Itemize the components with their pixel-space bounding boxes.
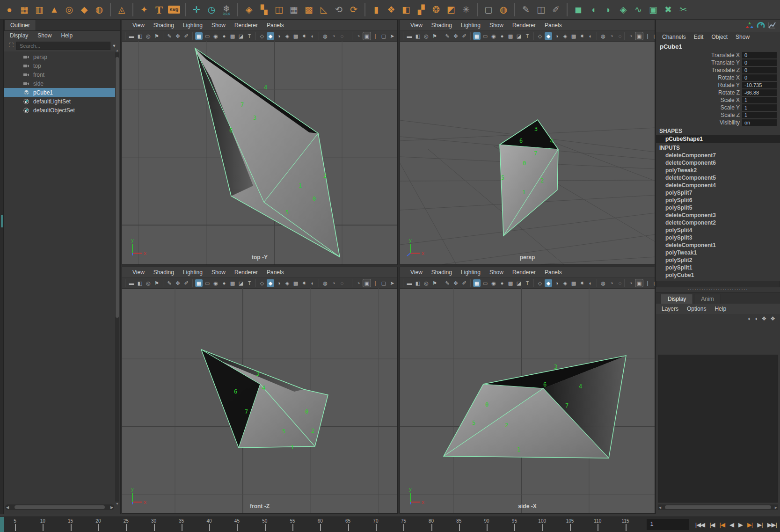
flatten-icon[interactable]: ❖ [384,3,398,17]
channel-value-field[interactable]: -10.735 [742,82,777,88]
input-node-deleteComponent7[interactable]: deleteComponent7 [656,152,780,159]
bookmark-icon[interactable]: ⚑ [153,32,160,40]
camera-attrs-icon[interactable]: ◎ [423,279,430,287]
gamma-icon[interactable]: ▣ [635,279,643,287]
gate-mask-icon[interactable]: ● [498,279,506,287]
field-chart-icon[interactable]: ▩ [229,32,236,40]
paint-icon[interactable]: ✐ [460,279,468,287]
move-layer-up-icon[interactable]: ◖ [747,315,751,322]
scroll-down-icon[interactable]: ▼ [115,502,119,506]
uv-contour-icon[interactable]: ∿ [631,3,645,17]
viewport-canvas-front[interactable]: 36470521xy [122,288,397,513]
motionblur-icon[interactable]: ◌ [338,32,346,40]
scroll-left-icon[interactable]: ◀ [658,505,662,510]
search-filter-icon[interactable]: ⛶ [6,42,16,50]
channelbox-menu-channels[interactable]: Channels [662,34,686,40]
outliner-item-front[interactable]: front [4,70,115,79]
wire-on-shaded-icon[interactable]: ◈ [561,32,569,40]
resolution-gate-icon[interactable]: ◉ [212,279,219,287]
channel-value-field[interactable]: 0 [742,67,777,73]
channel-label[interactable]: Rotate Y [718,82,740,88]
uv-distortion-icon[interactable]: ✖ [661,3,675,17]
outliner-tab[interactable]: Outliner [4,20,36,30]
viewport-canvas-top[interactable]: 47362105xy [122,41,397,264]
move-layer-down-icon[interactable]: ◖ [754,315,758,322]
select-camera-icon[interactable]: ▬ [128,32,135,40]
bookmark-icon[interactable]: ⚑ [153,279,160,287]
safe-action-icon[interactable]: ◪ [515,279,523,287]
shaded-icon[interactable]: ◆ [545,279,552,287]
shadows-icon[interactable]: ◐ [587,32,594,40]
bookmark-icon[interactable]: ⚑ [431,279,438,287]
viewport-side[interactable]: ViewShadingLightingShowRendererPanels▬◧◎… [400,267,655,514]
field-chart-icon[interactable]: ▩ [229,279,236,287]
uv-cube-icon[interactable]: ◈ [616,3,630,17]
film-gate-icon[interactable]: ▭ [481,32,489,40]
ao-icon[interactable]: ◍ [321,32,329,40]
channel-value-field[interactable]: 0 [742,59,777,66]
vp-menu-view[interactable]: View [410,269,423,276]
uv-plane-icon[interactable]: ◼ [571,3,585,17]
isolate-select-icon[interactable]: ▢ [652,32,655,40]
vp-menu-view[interactable]: View [410,22,423,29]
checker-icon[interactable]: ▩ [570,279,577,287]
move-tool-icon[interactable]: ✥ [452,32,459,40]
channel-value-field[interactable]: -66.88 [742,89,777,96]
input-node-deleteComponent1[interactable]: deleteComponent1 [656,241,780,249]
lights-icon[interactable]: ✷ [578,32,586,40]
outliner-menu-show[interactable]: Show [37,32,51,39]
safe-action-icon[interactable]: ◪ [515,32,523,40]
scroll-left-icon[interactable]: ◀ [5,505,10,510]
layer-editor-hscrollbar[interactable]: ◀ ▶ [658,504,778,510]
sculpt-icon[interactable]: ◍ [496,3,510,17]
viewport-persp[interactable]: ViewShadingLightingShowRendererPanels▬◧◎… [400,20,655,265]
curve-handles-icon[interactable]: ◫ [534,3,548,17]
tab-anim[interactable]: Anim [694,294,721,304]
isolate-select-icon[interactable]: ▢ [380,279,387,287]
select-camera-icon[interactable]: ▬ [406,279,413,287]
poly-cone-icon[interactable]: ▲ [47,3,61,17]
layer-list-area[interactable] [658,355,778,503]
channelbox-menu-show[interactable]: Show [736,34,750,40]
input-node-deleteComponent3[interactable]: deleteComponent3 [656,211,780,219]
current-frame-field[interactable]: 1 [647,519,689,530]
pencil-curve-icon[interactable]: ✐ [549,3,563,17]
exposure-icon[interactable]: ◔ [627,32,634,40]
go-to-end-button[interactable]: ▶▶| [766,520,778,529]
vp-menu-panels[interactable]: Panels [545,22,562,29]
input-node-polySplit3[interactable]: polySplit3 [656,234,780,241]
channelbox-menu-edit[interactable]: Edit [694,34,704,40]
input-node-polyTweak2[interactable]: polyTweak2 [656,167,780,174]
image-plane-icon[interactable]: ✎ [444,32,451,40]
image-plane-icon[interactable]: ✎ [166,32,173,40]
textured-icon[interactable]: ◑ [275,32,283,40]
exposure-icon[interactable]: ◔ [627,279,634,287]
channel-value-field[interactable]: 0 [742,52,777,58]
grid-icon[interactable]: ▦ [473,32,481,40]
image-plane-icon[interactable]: ✎ [166,279,173,287]
channel-label[interactable]: Scale Y [721,104,740,111]
uv-pelt-right-icon[interactable]: ◗ [601,3,615,17]
input-node-deleteComponent2[interactable]: deleteComponent2 [656,219,780,226]
vp-menu-renderer[interactable]: Renderer [234,22,258,29]
xyz-axis-icon[interactable] [745,22,754,30]
bridge-icon[interactable]: ▞ [414,3,428,17]
gate-mask-icon[interactable]: ● [220,32,228,40]
film-gate-icon[interactable]: ▭ [204,279,211,287]
separate-icon[interactable]: ▚ [257,3,271,17]
shadows-icon[interactable]: ◐ [587,279,594,287]
new-layer-icon[interactable]: ❖ [761,315,766,322]
pick-icon[interactable]: ➤ [388,279,396,287]
motionblur-icon[interactable]: ◌ [616,279,624,287]
vp-menu-renderer[interactable]: Renderer [234,269,258,276]
type-text-icon[interactable]: T [152,3,166,17]
safe-action-icon[interactable]: ◪ [237,32,245,40]
channel-label[interactable]: Scale X [721,97,740,103]
star-icon[interactable]: ✦ [137,3,151,17]
lights-icon[interactable]: ✷ [578,279,586,287]
grid-icon[interactable]: ▦ [473,279,481,287]
input-node-polySplit5[interactable]: polySplit5 [656,204,780,211]
reduce-icon[interactable]: ▩ [302,3,316,17]
viewport-top[interactable]: ViewShadingLightingShowRendererPanels▬◧◎… [122,20,398,265]
safe-title-icon[interactable]: T [246,279,253,287]
